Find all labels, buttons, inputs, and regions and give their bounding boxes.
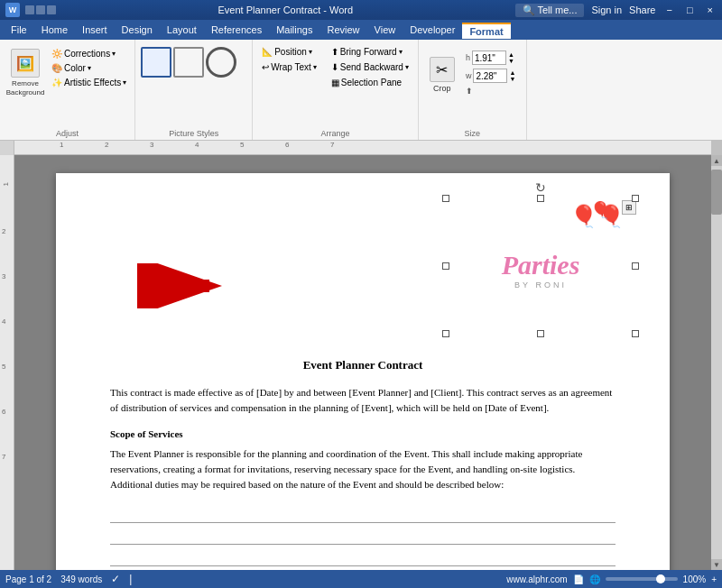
- title-bar: W Event Planner Contract - Word 🔍 Tell m…: [0, 0, 722, 20]
- ruler-h-content: 1 2 3 4 5 6 7: [14, 141, 711, 154]
- track-changes-icon: |: [129, 573, 132, 585]
- width-label: w: [466, 71, 472, 80]
- arrange-label: Arrange: [253, 129, 418, 138]
- style-1[interactable]: [141, 47, 171, 78]
- doc-scope-heading: Scope of Services: [110, 428, 616, 439]
- share-btn[interactable]: Share: [629, 5, 655, 15]
- handle-br[interactable]: [632, 330, 639, 337]
- zoom-thumb: [656, 574, 665, 583]
- tab-view[interactable]: View: [367, 23, 403, 37]
- wrap-text-btn[interactable]: ↩ Wrap Text ▾: [258, 60, 320, 74]
- zoom-slider[interactable]: [606, 577, 678, 581]
- handle-bm[interactable]: [537, 330, 544, 337]
- logo-image: 🎈🎈 🎈 Parties BY RONI: [446, 198, 635, 334]
- bring-forward-icon: ⬆: [331, 47, 338, 57]
- doc-line-1: [110, 505, 616, 523]
- doc-lines: [110, 505, 616, 566]
- status-right: www.alphr.com 📄 🌐 100% +: [506, 574, 717, 584]
- height-down-arrow[interactable]: ▼: [508, 58, 514, 64]
- size-launch-label: ⬆: [466, 87, 473, 96]
- balloon-extra: 🎈: [590, 200, 610, 220]
- app-logo: W: [5, 3, 20, 17]
- send-backward-btn[interactable]: ⬇ Send Backward ▾: [328, 60, 412, 74]
- handle-ml[interactable]: [442, 262, 449, 270]
- position-btn[interactable]: 📐 Position ▾: [258, 45, 320, 59]
- logo-title: Parties: [502, 252, 580, 279]
- handle-tl[interactable]: [442, 195, 449, 202]
- color-btn[interactable]: 🎨 Color ▾: [49, 61, 129, 75]
- width-down-arrow[interactable]: ▼: [509, 76, 515, 82]
- tab-design[interactable]: Design: [115, 23, 160, 37]
- bring-forward-btn[interactable]: ⬆ Bring Forward ▾: [328, 45, 412, 59]
- doc-scroll: ↻ 🎈🎈 🎈 Parties BY RONI ⊞: [14, 155, 711, 570]
- spelling-icon[interactable]: ✓: [111, 573, 120, 585]
- quick-access-undo[interactable]: [36, 5, 45, 14]
- style-2[interactable]: [173, 47, 204, 78]
- document-area[interactable]: ↻ 🎈🎈 🎈 Parties BY RONI ⊞: [14, 155, 711, 570]
- scroll-track[interactable]: [711, 215, 722, 559]
- artistic-arrow: ▾: [123, 78, 126, 87]
- page-info: Page 1 of 2: [5, 574, 51, 584]
- crop-icon: ✂: [436, 61, 448, 78]
- doc-line-3: [110, 548, 616, 566]
- status-bar: Page 1 of 2 349 words ✓ | www.alphr.com …: [0, 570, 722, 588]
- tab-layout[interactable]: Layout: [160, 23, 204, 37]
- quick-access-redo[interactable]: [47, 5, 56, 14]
- rotate-handle[interactable]: ↻: [535, 180, 546, 195]
- quick-access-save[interactable]: [25, 5, 34, 14]
- handle-tm[interactable]: [537, 195, 544, 202]
- tell-me-box[interactable]: 🔍 Tell me...: [515, 4, 585, 17]
- remove-background-btn[interactable]: 🖼️ Remove Background: [5, 43, 45, 103]
- scroll-down-btn[interactable]: ▼: [711, 559, 722, 570]
- ribbon-group-arrange: 📐 Position ▾ ↩ Wrap Text ▾ ⬆ Bring Forwa…: [253, 40, 419, 140]
- close-btn[interactable]: ×: [704, 5, 717, 15]
- tab-file[interactable]: File: [4, 23, 34, 37]
- sign-in-btn[interactable]: Sign in: [591, 5, 622, 15]
- tab-developer[interactable]: Developer: [403, 23, 462, 37]
- arrow-svg: [137, 263, 227, 308]
- adjust-label: Adjust: [0, 129, 134, 138]
- tab-format[interactable]: Format: [462, 23, 510, 39]
- view-web-icon[interactable]: 🌐: [589, 574, 600, 584]
- ruler-horizontal: 1 2 3 4 5 6 7: [0, 141, 711, 155]
- style-3[interactable]: [206, 47, 236, 78]
- crop-label: Crop: [433, 84, 451, 93]
- layout-options-icon[interactable]: ⊞: [622, 200, 636, 215]
- tab-references[interactable]: References: [204, 23, 269, 37]
- doc-line-2: [110, 527, 616, 545]
- minimize-btn[interactable]: −: [662, 5, 675, 15]
- tab-insert[interactable]: Insert: [75, 23, 115, 37]
- tab-review[interactable]: Review: [320, 23, 367, 37]
- zoom-in-icon[interactable]: +: [711, 574, 717, 584]
- red-arrow: [137, 263, 227, 310]
- wrap-icon: ↩: [262, 62, 269, 72]
- scrollbar-vertical[interactable]: ▲ ▼: [711, 155, 722, 570]
- width-up-arrow[interactable]: ▲: [509, 69, 515, 76]
- corrections-btn[interactable]: 🔆 Corrections ▾: [49, 47, 129, 60]
- maximize-btn[interactable]: □: [683, 5, 697, 15]
- scroll-thumb[interactable]: [711, 170, 722, 215]
- artistic-effects-btn[interactable]: ✨ Artistic Effects ▾: [49, 76, 129, 89]
- title-bar-text: Event Planner Contract - Word: [218, 5, 354, 15]
- scroll-up-btn[interactable]: ▲: [711, 155, 722, 166]
- handle-bl[interactable]: [442, 330, 449, 337]
- ribbon-group-adjust: 🖼️ Remove Background 🔆 Corrections ▾ 🎨 C…: [0, 40, 135, 140]
- handle-tr[interactable]: [632, 195, 639, 202]
- tab-mailings[interactable]: Mailings: [269, 23, 319, 37]
- ribbon: 🖼️ Remove Background 🔆 Corrections ▾ 🎨 C…: [0, 40, 722, 141]
- logo-subtitle: BY RONI: [514, 280, 567, 289]
- selection-pane-btn[interactable]: ▦ Selection Pane: [328, 76, 412, 89]
- ribbon-group-size: ✂ Crop h ▲ ▼ w ▲: [419, 40, 527, 140]
- height-input[interactable]: [472, 51, 506, 65]
- width-input[interactable]: [473, 69, 507, 83]
- ruler-corner: [0, 141, 14, 155]
- selection-icon: ▦: [331, 78, 339, 87]
- height-up-arrow[interactable]: ▲: [508, 51, 514, 58]
- remove-bg-label: Remove Background: [6, 79, 45, 96]
- image-container[interactable]: ↻ 🎈🎈 🎈 Parties BY RONI ⊞: [446, 198, 635, 334]
- status-left: Page 1 of 2 349 words ✓ |: [5, 573, 132, 585]
- handle-mr[interactable]: [632, 262, 639, 270]
- tab-home[interactable]: Home: [34, 23, 75, 37]
- view-print-icon[interactable]: 📄: [573, 574, 584, 584]
- crop-btn[interactable]: ✂ Crop: [424, 45, 460, 105]
